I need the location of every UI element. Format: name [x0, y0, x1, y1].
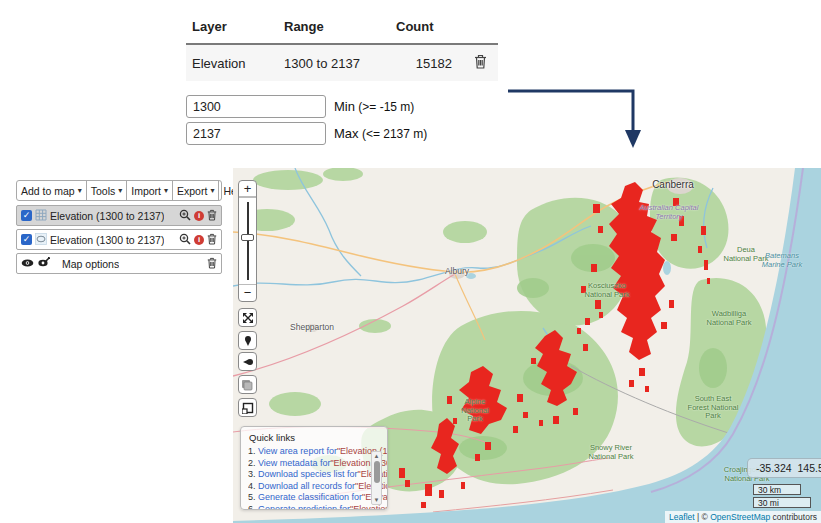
layer-label: Elevation (1300 to 2137)	[50, 210, 164, 222]
list-item: 2. View metadata for"Elevation (1300 ...	[248, 458, 387, 470]
spatial-portal-page: Layer Range Count Elevation 1300 to 2137…	[0, 0, 821, 523]
menu-export[interactable]: Export▾	[173, 181, 219, 200]
layer-info-icon[interactable]: i	[194, 235, 204, 245]
layer-checkbox[interactable]: ✓	[21, 210, 32, 221]
map-options-row[interactable]: Map options	[16, 253, 222, 274]
layers-icon	[241, 378, 254, 391]
zoom-slider-track	[247, 202, 249, 280]
max-label: Max (<= 2137 m)	[334, 126, 427, 141]
polygon-icon	[35, 233, 47, 247]
cell-count: 15182	[390, 44, 462, 81]
zoom-slider-handle[interactable]	[241, 234, 254, 241]
zoom-out-button[interactable]: −	[239, 285, 256, 301]
list-item: 5. Generate classification for"Elevation…	[248, 492, 387, 504]
scale-control: 30 km 30 mi	[753, 484, 811, 508]
col-header-count: Count	[390, 12, 462, 44]
horizontal-pin-icon	[242, 356, 254, 368]
scale-km: 30 km	[753, 484, 801, 495]
add-marker-button[interactable]	[238, 331, 257, 350]
min-label: Min (>= -15 m)	[334, 99, 414, 114]
trash-icon[interactable]	[474, 57, 487, 72]
osm-link[interactable]: OpenStreetMap	[710, 512, 770, 522]
trash-icon[interactable]	[207, 233, 217, 247]
menu-import[interactable]: Import▾	[127, 181, 173, 200]
max-input[interactable]	[186, 122, 326, 145]
col-header-layer: Layer	[186, 12, 278, 44]
quick-links-scrollbar[interactable]: ▲ ▼	[371, 451, 382, 505]
trash-icon[interactable]	[207, 209, 217, 223]
zoom-slider[interactable]	[239, 197, 256, 285]
zoom-extent-button[interactable]	[238, 308, 257, 327]
print-button[interactable]	[238, 375, 257, 394]
quick-link[interactable]: View area report for	[258, 446, 337, 456]
select-area-button[interactable]	[238, 398, 257, 417]
leaflet-link[interactable]: Leaflet	[669, 512, 695, 522]
zoom-to-layer-icon[interactable]	[179, 209, 191, 223]
list-item: 6. Generate prediction for"Elevation (13…	[248, 504, 387, 511]
quick-link[interactable]: Download species list for	[258, 469, 358, 479]
quick-link[interactable]: Generate prediction for	[258, 504, 350, 511]
menu-bar: Add to map▾ Tools▾ Import▾ Export▾ Help▾	[16, 180, 222, 201]
cell-layer: Elevation	[186, 44, 278, 81]
eye-slash-icon[interactable]	[37, 257, 50, 270]
layer-label: Elevation (1300 to 2137)	[50, 234, 164, 246]
menu-add-to-map[interactable]: Add to map▾	[17, 181, 87, 200]
layer-info-icon[interactable]: i	[194, 211, 204, 221]
quick-link[interactable]: View metadata for	[258, 458, 330, 468]
list-item: 3. Download species list for"Elevation (…	[248, 469, 387, 481]
scale-mi: 30 mi	[753, 497, 811, 508]
trash-icon[interactable]	[207, 257, 217, 271]
chevron-down-icon: ▾	[210, 186, 214, 195]
quick-link[interactable]: Download all records for	[258, 481, 355, 491]
chevron-down-icon: ▾	[118, 186, 122, 195]
filter-table: Layer Range Count Elevation 1300 to 2137…	[186, 12, 498, 81]
map-options-label: Map options	[62, 258, 119, 270]
scrollbar-thumb[interactable]	[374, 461, 380, 483]
layer-checkbox[interactable]: ✓	[21, 234, 32, 245]
quick-links-title: Quick links	[241, 427, 387, 446]
chevron-down-icon: ▾	[78, 186, 82, 195]
layer-row-grid[interactable]: ✓ Elevation (1300 to 2137) i	[16, 205, 222, 226]
scroll-up-icon[interactable]: ▲	[372, 453, 381, 459]
eye-icon[interactable]	[21, 258, 34, 270]
zoom-in-button[interactable]: +	[239, 181, 256, 197]
chevron-down-icon: ▾	[164, 186, 168, 195]
map-pin-icon	[242, 335, 254, 347]
min-input[interactable]	[186, 95, 326, 118]
cell-delete	[462, 44, 498, 81]
attribution: Leaflet | © OpenStreetMap contributors	[665, 511, 821, 523]
col-header-actions	[462, 12, 498, 44]
quick-links-panel: Quick links 1. View area report for"Elev…	[240, 426, 388, 510]
max-row: Max (<= 2137 m)	[186, 122, 427, 145]
coordinates-readout: -35.324 145.503	[747, 458, 821, 478]
expand-arrows-icon	[242, 312, 254, 324]
zoom-control: + −	[238, 180, 257, 302]
leaflet-map[interactable]: Canberra Albury Shepparton Australian Ca…	[233, 168, 821, 523]
scroll-down-icon[interactable]: ▼	[372, 497, 381, 503]
list-item: 4. Download all records for"Elevation (1…	[248, 481, 387, 493]
measure-button[interactable]	[238, 352, 257, 371]
list-item: 1. View area report for"Elevation (1300 …	[248, 446, 387, 458]
flow-arrow-icon	[506, 86, 651, 158]
cell-range: 1300 to 2137	[278, 44, 390, 81]
grid-icon	[35, 209, 47, 223]
quick-links-list: 1. View area report for"Elevation (1300 …	[241, 446, 387, 510]
table-row: Elevation 1300 to 2137 15182	[186, 44, 498, 81]
zoom-to-layer-icon[interactable]	[179, 233, 191, 247]
rectangle-icon	[242, 402, 254, 414]
min-row: Min (>= -15 m)	[186, 95, 414, 118]
layer-row-polygon[interactable]: ✓ Elevation (1300 to 2137) i	[16, 229, 222, 250]
quick-link[interactable]: Generate classification for	[258, 492, 362, 502]
menu-tools[interactable]: Tools▾	[87, 181, 128, 200]
col-header-range: Range	[278, 12, 390, 44]
